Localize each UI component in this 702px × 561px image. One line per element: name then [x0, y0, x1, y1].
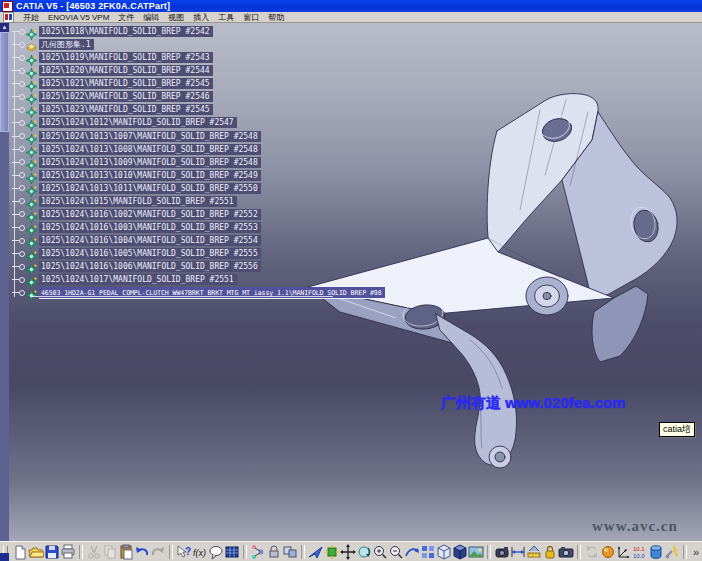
tree-node-handle[interactable]: [19, 264, 25, 270]
isometric-view-icon[interactable]: [436, 544, 452, 560]
tree-item[interactable]: 1025\1024\1016\1006\MANIFOLD_SOLID_BREP …: [12, 260, 261, 273]
tree-item-label: 1025\1021\MANIFOLD_SOLID_BREP #2545: [39, 78, 213, 89]
tree-node-handle[interactable]: [19, 107, 25, 113]
zoom-out-icon[interactable]: [388, 544, 404, 560]
catia-app-icon: [2, 1, 13, 12]
tree-node-handle[interactable]: [19, 55, 25, 61]
solid-brep-icon: [26, 235, 37, 246]
tree-item[interactable]: 1025\1024\1016\1004\MANIFOLD_SOLID_BREP …: [12, 234, 261, 247]
tree-node-handle[interactable]: [19, 42, 25, 48]
tree-branch-line: [12, 266, 19, 267]
lock-part-icon[interactable]: [266, 544, 282, 560]
tree-node-handle[interactable]: [19, 68, 25, 74]
menu-item-7[interactable]: 窗口: [243, 12, 259, 23]
viewport-3d[interactable]: 1025\1018\MANIFOLD_SOLID_BREP #2542几何图形集…: [0, 23, 702, 541]
solid-brep-icon: [26, 104, 37, 115]
tree-item[interactable]: 1025\1024\1016\1005\MANIFOLD_SOLID_BREP …: [12, 247, 261, 260]
tree-item[interactable]: 几何图形集.1: [12, 38, 94, 51]
tree-item[interactable]: 1025\1024\1012\MANIFOLD_SOLID_BREP #2547: [12, 116, 237, 129]
normal-view-icon[interactable]: [404, 544, 420, 560]
tree-item[interactable]: 1025\1021\MANIFOLD_SOLID_BREP #2545: [12, 77, 213, 90]
render-style-icon[interactable]: [468, 544, 484, 560]
camera-capture-icon[interactable]: [558, 544, 574, 560]
tree-item[interactable]: 1025\1024\1015\MANIFOLD_SOLID_BREP #2551: [12, 195, 237, 208]
maintenance-icon[interactable]: [664, 544, 680, 560]
zoom-in-icon[interactable]: [372, 544, 388, 560]
tree-item[interactable]: 1025\1019\MANIFOLD_SOLID_BREP #2543: [12, 51, 213, 64]
tree-item-selected[interactable]: 46503 1HD2A-G1 PEDAL COMPL-CLUTCH WW47BR…: [12, 286, 385, 299]
menu-item-8[interactable]: 帮助: [268, 12, 284, 23]
menu-item-3[interactable]: 编辑: [143, 12, 159, 23]
save-icon[interactable]: [44, 544, 60, 560]
comment-icon[interactable]: [208, 544, 224, 560]
undo-icon[interactable]: [134, 544, 150, 560]
tree-node-handle[interactable]: [19, 211, 25, 217]
tree-node-handle[interactable]: [19, 198, 25, 204]
turntable-icon[interactable]: [494, 544, 510, 560]
tree-node-handle[interactable]: [19, 146, 25, 152]
rotate-icon[interactable]: [356, 544, 372, 560]
paste-icon[interactable]: [118, 544, 134, 560]
tree-node-handle[interactable]: [19, 94, 25, 100]
tree-item[interactable]: 1025\1023\MANIFOLD_SOLID_BREP #2545: [12, 103, 213, 116]
tree-node-handle[interactable]: [19, 251, 25, 257]
tree-item[interactable]: 1025\1024\1013\1008\MANIFOLD_SOLID_BREP …: [12, 143, 261, 156]
fly-mode-icon[interactable]: [308, 544, 324, 560]
fit-all-in-icon[interactable]: [324, 544, 340, 560]
open-folder-icon[interactable]: [28, 544, 44, 560]
scrollbar-thumb[interactable]: [0, 32, 9, 132]
tree-item[interactable]: 1025\1024\1013\1011\MANIFOLD_SOLID_BREP …: [12, 182, 261, 195]
tree-item[interactable]: 1025\1022\MANIFOLD_SOLID_BREP #2546: [12, 90, 213, 103]
menu-item-1[interactable]: ENOVIA V5 VPM: [48, 12, 109, 23]
tree-item[interactable]: 1025\1024\1013\1007\MANIFOLD_SOLID_BREP …: [12, 130, 261, 143]
tree-node-handle[interactable]: [19, 133, 25, 139]
catia-window: CATIA V5 - [46503 2FK0A.CATPart] 开始ENOVI…: [0, 0, 702, 561]
shaded-view-icon[interactable]: [452, 544, 468, 560]
tree-item[interactable]: 1025\1020\MANIFOLD_SOLID_BREP #2544: [12, 64, 213, 77]
tree-node-handle[interactable]: [19, 277, 25, 283]
menu-item-6[interactable]: 工具: [218, 12, 234, 23]
tree-node-handle[interactable]: [19, 238, 25, 244]
toolbar-overflow-icon[interactable]: »: [690, 544, 702, 560]
tree-node-handle[interactable]: [19, 29, 25, 35]
graph-tree-icon[interactable]: [250, 544, 266, 560]
menu-item-2[interactable]: 文件: [118, 12, 134, 23]
tree-node-handle[interactable]: [19, 159, 25, 165]
tree-node-handle[interactable]: [19, 185, 25, 191]
tree-item[interactable]: 1025\1024\1013\1010\MANIFOLD_SOLID_BREP …: [12, 169, 261, 182]
scroll-up-arrow-icon[interactable]: ▲: [0, 23, 9, 32]
tree-node-handle[interactable]: [19, 81, 25, 87]
pan-icon[interactable]: [340, 544, 356, 560]
print-icon[interactable]: [60, 544, 76, 560]
axis-system-icon[interactable]: [616, 544, 632, 560]
new-document-icon[interactable]: [12, 544, 28, 560]
document-system-icon[interactable]: [3, 12, 14, 23]
tree-node-handle[interactable]: [19, 172, 25, 178]
window-layout-icon[interactable]: [282, 544, 298, 560]
tree-node-handle[interactable]: [19, 290, 25, 296]
tree-item-label: 1025\1024\1016\1004\MANIFOLD_SOLID_BREP …: [39, 235, 261, 246]
tree-item[interactable]: 1025\1024\1013\1009\MANIFOLD_SOLID_BREP …: [12, 156, 261, 169]
catalog-icon[interactable]: [648, 544, 664, 560]
knowledge-ball-icon[interactable]: [600, 544, 616, 560]
whats-this-icon[interactable]: ?: [176, 544, 192, 560]
quick-view-icon[interactable]: [420, 544, 436, 560]
measure-item-icon[interactable]: [526, 544, 542, 560]
menu-item-4[interactable]: 视图: [168, 12, 184, 23]
grid-table-icon[interactable]: [224, 544, 240, 560]
tree-scrollbar[interactable]: ▲: [0, 23, 9, 541]
toolbar-separator: [243, 545, 247, 559]
svg-text:?: ?: [185, 546, 191, 557]
tree-item[interactable]: 1025\1024\1016\1003\MANIFOLD_SOLID_BREP …: [12, 221, 261, 234]
tree-node-handle[interactable]: [19, 120, 25, 126]
tree-item[interactable]: 1025\1018\MANIFOLD_SOLID_BREP #2542: [12, 25, 213, 38]
menu-item-0[interactable]: 开始: [23, 12, 39, 23]
menu-item-5[interactable]: 插入: [193, 12, 209, 23]
tree-item[interactable]: 1025\1024\1017\MANIFOLD_SOLID_BREP #2551: [12, 273, 237, 286]
tree-item[interactable]: 1025\1024\1016\1002\MANIFOLD_SOLID_BREP …: [12, 208, 261, 221]
mean-dimension-icon[interactable]: 10.110.0: [632, 544, 648, 560]
measure-between-icon[interactable]: [510, 544, 526, 560]
formula-icon[interactable]: f(x): [192, 544, 208, 560]
lock-icon[interactable]: [542, 544, 558, 560]
tree-node-handle[interactable]: [19, 225, 25, 231]
